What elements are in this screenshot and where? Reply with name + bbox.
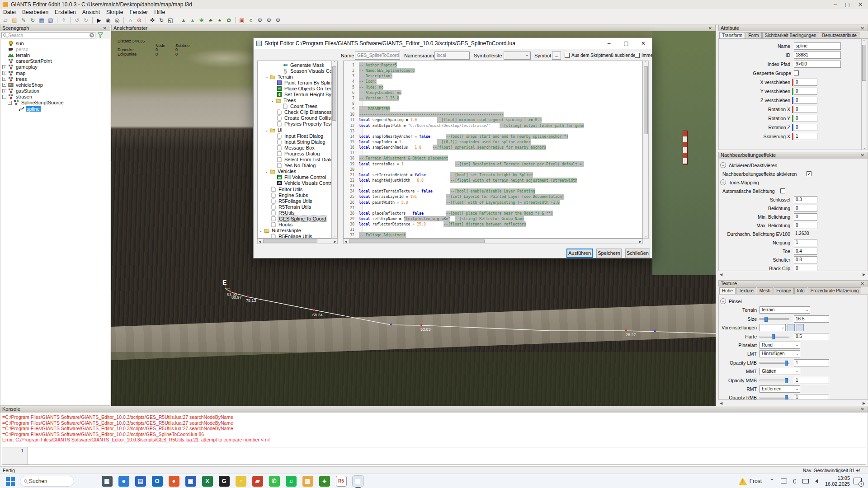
value-field[interactable]: 0: [794, 222, 817, 229]
preset-delete-button[interactable]: [797, 324, 804, 331]
tree-expander-icon[interactable]: +: [2, 65, 6, 69]
value-field[interactable]: 0: [794, 124, 817, 131]
scenegraph-item-sun[interactable]: sun: [0, 40, 110, 46]
dropdown[interactable]: Rund: [760, 342, 800, 349]
symbolleiste-dropdown[interactable]: [504, 52, 531, 60]
slider-thumb[interactable]: [772, 334, 775, 339]
search-input[interactable]: Search ✕: [1, 32, 95, 38]
settings3-icon[interactable]: ⚙: [274, 17, 282, 24]
value-field[interactable]: 0: [794, 265, 817, 271]
script-item-r5foliage-utils[interactable]: R5Foliage Utils: [258, 234, 337, 239]
info-icon[interactable]: ▣: [238, 17, 246, 24]
import-icon[interactable]: ⇧: [60, 17, 68, 24]
slider-thumb[interactable]: [764, 317, 768, 322]
value-field[interactable]: 0.5: [794, 333, 829, 340]
script-item-generate-mask[interactable]: Generate Mask: [258, 62, 337, 68]
spline-curve[interactable]: [225, 288, 716, 333]
taskbar-app-geforce[interactable]: G: [219, 476, 230, 487]
notification-icon[interactable]: 1: [854, 478, 862, 484]
move-tool-icon[interactable]: ✜: [148, 17, 156, 24]
taskbar-app-giants-tree[interactable]: ♣: [319, 476, 330, 487]
start-button[interactable]: [5, 476, 15, 486]
maximize-button[interactable]: ▢: [845, 1, 850, 8]
attributes-close-icon[interactable]: ✕: [859, 26, 866, 31]
script-item-season-visuals-control[interactable]: Season Visuals Control: [258, 68, 337, 74]
tree-expander-icon[interactable]: +: [2, 83, 6, 87]
script-tree-hscrollbar[interactable]: ◀▶: [257, 239, 338, 244]
value-field[interactable]: 18881: [794, 52, 841, 59]
script-item-create-ground-collision-ma[interactable]: Create Ground Collision Ma: [258, 115, 337, 121]
value-field[interactable]: 0.8: [794, 256, 817, 263]
symbol-browse-button[interactable]: ...: [552, 52, 561, 60]
slider-thumb[interactable]: [785, 378, 788, 383]
foliage-paint-icon[interactable]: ❀: [198, 17, 206, 24]
taskbar-app-whatsapp[interactable]: ✆: [269, 476, 280, 487]
clear-search-icon[interactable]: ✕: [90, 33, 94, 38]
postfx-scroll-right-icon[interactable]: ▶: [863, 272, 865, 277]
checkbox[interactable]: ✓: [807, 171, 811, 176]
script-item-terrain[interactable]: ⌄Terrain: [258, 74, 337, 80]
frost-warning-icon[interactable]: [739, 478, 747, 485]
tab-info[interactable]: Info: [794, 287, 807, 294]
script-item-r5utils[interactable]: R5Utils: [258, 210, 337, 216]
dropdown[interactable]: Entfernen: [760, 385, 800, 393]
checkbox[interactable]: [794, 70, 799, 75]
play-icon[interactable]: ▶: [95, 17, 103, 24]
settings2-icon[interactable]: ⚙: [265, 17, 273, 24]
settings-icon[interactable]: ⚙: [256, 17, 264, 24]
code-vscrollbar[interactable]: ⌃⌄: [643, 61, 649, 239]
value-field[interactable]: 0: [794, 213, 817, 221]
dialog-maximize-button[interactable]: ▢: [618, 38, 635, 49]
value-field[interactable]: 16.5: [794, 315, 829, 323]
value-field[interactable]: spline: [794, 42, 841, 50]
spline-control-point[interactable]: [247, 296, 249, 298]
tree-expander-icon[interactable]: +: [2, 77, 6, 81]
scenegraph-item-trees[interactable]: +trees: [0, 76, 110, 82]
rotate-tool-icon[interactable]: ↻: [157, 17, 165, 24]
scenegraph-item-persp[interactable]: persp: [0, 46, 110, 52]
script-item-vehicle-visuals-control[interactable]: Vehicle Visuals Control: [258, 180, 337, 186]
script-item-trees[interactable]: ⌄Trees: [258, 98, 337, 103]
zoom-icon[interactable]: ◎: [113, 17, 121, 24]
script-tree-vscrollbar[interactable]: ⌃⌄: [331, 61, 337, 239]
script-name-field[interactable]: GES_SplineToCoord: [355, 52, 400, 60]
value-field[interactable]: 0.3: [794, 196, 817, 203]
menu-bearbeiten[interactable]: Bearbeiten: [19, 9, 52, 16]
script-item-count-trees[interactable]: Count Trees: [258, 103, 337, 109]
texture-scroll-left-icon[interactable]: ◀: [720, 401, 722, 405]
dialog-close-button[interactable]: ✕: [635, 38, 652, 49]
no-entry-icon[interactable]: ⊘: [135, 17, 143, 24]
tree-add-icon[interactable]: ♣: [207, 17, 215, 24]
viewport-close-icon[interactable]: ✕: [707, 26, 713, 31]
postfx-scroll-left-icon[interactable]: ◀: [720, 272, 722, 277]
script-item-r5foliage-utils[interactable]: R5Foliage Utils: [258, 198, 337, 204]
preset-save-button[interactable]: [788, 324, 795, 331]
scale-tool-icon[interactable]: ◱: [166, 17, 175, 24]
menu-erstellen[interactable]: Erstellen: [52, 9, 79, 16]
script-item-physics-property-test[interactable]: Physics Property Test: [258, 121, 337, 127]
clock[interactable]: 13:05 16.02.2025: [825, 475, 850, 487]
speichern-button[interactable]: Speichern: [596, 249, 622, 258]
menu-fenster[interactable]: Fenster: [126, 9, 151, 16]
script-item-message-box[interactable]: Message Box: [258, 145, 337, 150]
value-field[interactable]: 1: [794, 377, 829, 384]
script-item-ges-spline-to-coord[interactable]: GES Spline To Coord: [258, 216, 337, 221]
taskbar-app-giants-editor[interactable]: ▦: [353, 476, 363, 487]
collapse-icon[interactable]: ⌄: [720, 179, 726, 185]
value-field[interactable]: 1: [794, 239, 817, 246]
tab-texture[interactable]: Texture: [736, 287, 756, 294]
slider-track[interactable]: [760, 362, 789, 364]
dropdown[interactable]: Hinzufügen: [760, 350, 800, 357]
tab-sichtbarkeit-bedingungen[interactable]: Sichtbarkeit Bedingungen: [762, 32, 819, 38]
slider-track[interactable]: [760, 380, 789, 381]
texture-scroll-right-icon[interactable]: ▶: [863, 401, 865, 405]
script-item-progress-dialog[interactable]: Progress Dialog: [258, 150, 337, 156]
value-field[interactable]: 0: [794, 97, 817, 104]
hide-from-menu-checkbox[interactable]: [565, 53, 570, 58]
menu-ansicht[interactable]: Ansicht: [79, 9, 103, 16]
menu-hilfe[interactable]: Hilfe: [151, 9, 168, 16]
taskbar-app-store[interactable]: ▣: [185, 476, 196, 487]
script-item-hooks[interactable]: Hooks: [258, 222, 337, 228]
script-item-paint-terrain-by-spline[interactable]: Paint Terrain By Spline: [258, 80, 337, 85]
script-item-ui[interactable]: ⌄Ui: [258, 127, 337, 133]
